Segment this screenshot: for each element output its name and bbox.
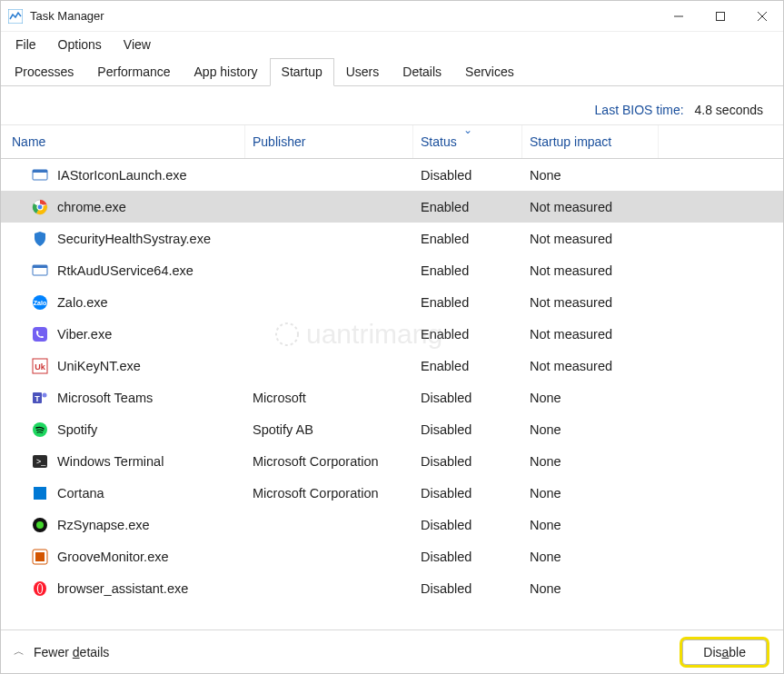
cell-impact: None: [522, 550, 659, 564]
app-name: IAStorIconLaunch.exe: [57, 168, 187, 183]
cell-impact: Not measured: [522, 200, 659, 214]
cell-status: Enabled: [413, 359, 522, 373]
app-name: Spotify: [57, 422, 97, 437]
table-row[interactable]: CortanaMicrosoft CorporationDisabledNone: [1, 477, 783, 509]
minimize-button[interactable]: [658, 1, 700, 32]
chevron-down-icon: ⌄: [463, 124, 472, 136]
table-row[interactable]: chrome.exeEnabledNot measured: [1, 191, 783, 223]
cell-publisher: Microsoft Corporation: [245, 486, 413, 501]
column-header-status-label: Status: [421, 134, 457, 149]
table-row[interactable]: ZaloZalo.exeEnabledNot measured: [1, 286, 783, 318]
table-row[interactable]: GrooveMonitor.exeDisabledNone: [1, 540, 783, 572]
cell-impact: None: [522, 486, 659, 501]
svg-text:T: T: [35, 393, 40, 402]
table-row[interactable]: UkUniKeyNT.exeEnabledNot measured: [1, 350, 783, 382]
menu-options[interactable]: Options: [49, 35, 111, 55]
svg-rect-27: [35, 552, 45, 561]
cell-status: Disabled: [413, 391, 522, 405]
column-header-status[interactable]: ⌄ Status: [413, 125, 522, 158]
cell-status: Disabled: [413, 518, 522, 532]
cell-name: browser_assistant.exe: [5, 580, 245, 597]
footer: ︿ Fewer details Disable: [1, 629, 783, 673]
table-row[interactable]: IAStorIconLaunch.exeDisabledNone: [1, 159, 783, 191]
cell-impact: None: [522, 581, 659, 596]
unikey-icon: Uk: [32, 358, 48, 374]
opera-icon: [32, 580, 48, 597]
cell-impact: None: [522, 518, 659, 532]
svg-rect-2: [717, 12, 725, 20]
menu-bar: File Options View: [1, 32, 783, 57]
cell-publisher: Spotify AB: [245, 422, 413, 437]
svg-rect-6: [33, 170, 47, 173]
cell-status: Disabled: [413, 486, 522, 501]
cell-status: Disabled: [413, 422, 522, 437]
close-button[interactable]: [741, 1, 783, 32]
tab-performance[interactable]: Performance: [85, 58, 182, 86]
app-icon: [8, 9, 23, 24]
terminal-icon: >_: [32, 453, 48, 470]
svg-text:Uk: Uk: [35, 362, 45, 372]
disable-button[interactable]: Disable: [682, 639, 767, 665]
iastor-icon: [32, 167, 48, 183]
table-row[interactable]: RzSynapse.exeDisabledNone: [1, 509, 783, 540]
shield-icon: [32, 231, 48, 247]
fewer-details-toggle[interactable]: ︿ Fewer details: [14, 644, 109, 659]
tab-processes[interactable]: Processes: [3, 58, 85, 86]
maximize-button[interactable]: [700, 1, 741, 32]
svg-point-19: [43, 392, 47, 397]
app-name: Cortana: [57, 486, 104, 501]
cell-status: Enabled: [413, 200, 522, 214]
cell-name: RtkAudUService64.exe: [5, 263, 245, 279]
app-name: UniKeyNT.exe: [57, 359, 141, 373]
table-row[interactable]: SecurityHealthSystray.exeEnabledNot meas…: [1, 223, 783, 254]
column-header-impact[interactable]: Startup impact: [522, 125, 659, 158]
app-name: Windows Terminal: [57, 454, 164, 469]
tab-users[interactable]: Users: [334, 58, 392, 86]
cell-name: ZaloZalo.exe: [5, 294, 245, 311]
groove-icon: [32, 549, 48, 565]
table-row[interactable]: RtkAudUService64.exeEnabledNot measured: [1, 254, 783, 286]
app-name: browser_assistant.exe: [57, 581, 188, 596]
app-name: chrome.exe: [57, 200, 126, 214]
table-row[interactable]: >_Windows TerminalMicrosoft CorporationD…: [1, 445, 783, 477]
menu-view[interactable]: View: [114, 35, 160, 55]
startup-table: Name Publisher ⌄ Status Startup impact I…: [1, 124, 783, 629]
cell-name: TMicrosoft Teams: [5, 390, 245, 406]
cell-name: Spotify: [5, 421, 245, 438]
cell-impact: None: [522, 454, 659, 469]
table-row[interactable]: Viber.exeEnabledNot measured: [1, 318, 783, 350]
cell-status: Enabled: [413, 232, 522, 246]
table-row[interactable]: browser_assistant.exeDisabledNone: [1, 572, 783, 604]
cell-impact: Not measured: [522, 263, 659, 278]
cell-status: Disabled: [413, 168, 522, 183]
svg-rect-14: [33, 327, 47, 342]
teams-icon: T: [32, 390, 48, 406]
table-row[interactable]: SpotifySpotify ABDisabledNone: [1, 413, 783, 445]
spotify-icon: [32, 421, 48, 438]
bios-time-row: Last BIOS time: 4.8 seconds: [1, 86, 783, 124]
cell-status: Enabled: [413, 327, 522, 342]
app-name: GrooveMonitor.exe: [57, 550, 169, 564]
cell-impact: Not measured: [522, 295, 659, 310]
viber-icon: [32, 326, 48, 342]
tab-app-history[interactable]: App history: [183, 58, 270, 86]
cell-name: Cortana: [5, 485, 245, 501]
cell-impact: None: [522, 422, 659, 437]
column-header-publisher[interactable]: Publisher: [245, 125, 413, 158]
zalo-icon: Zalo: [32, 294, 48, 311]
rows-container[interactable]: IAStorIconLaunch.exeDisabledNonechrome.e…: [1, 159, 783, 629]
tab-startup[interactable]: Startup: [270, 58, 334, 86]
cell-name: RzSynapse.exe: [5, 517, 245, 533]
menu-file[interactable]: File: [6, 35, 45, 55]
tab-services[interactable]: Services: [453, 58, 526, 86]
tab-details[interactable]: Details: [391, 58, 453, 86]
chrome-icon: [32, 199, 48, 215]
chevron-up-icon: ︿: [14, 644, 25, 659]
bios-time-label: Last BIOS time:: [595, 103, 684, 117]
table-row[interactable]: TMicrosoft TeamsMicrosoftDisabledNone: [1, 382, 783, 413]
cell-name: chrome.exe: [5, 199, 245, 215]
svg-rect-23: [34, 487, 46, 500]
cell-name: UkUniKeyNT.exe: [5, 358, 245, 374]
column-header-name[interactable]: Name: [5, 125, 245, 158]
cell-impact: Not measured: [522, 327, 659, 342]
